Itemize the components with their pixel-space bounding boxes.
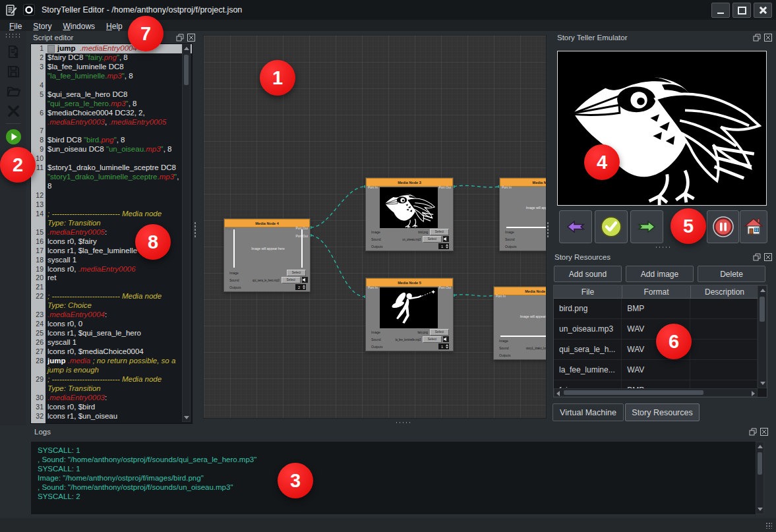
port-in[interactable]: Port In <box>368 285 378 289</box>
open-folder-button[interactable] <box>5 82 22 100</box>
add-sound-button[interactable]: Add sound <box>554 266 622 282</box>
play-sound-icon[interactable] <box>302 277 308 283</box>
table-horizontal-scrollbar[interactable] <box>554 388 758 397</box>
select-image-button[interactable]: Select <box>430 329 449 336</box>
close-project-button[interactable] <box>5 102 22 119</box>
table-row[interactable]: la_fee_lumine...WAV <box>554 360 758 380</box>
emulator-splitter-handle[interactable] <box>655 246 672 249</box>
select-image-button[interactable]: Select <box>287 270 306 276</box>
home-button[interactable] <box>740 210 767 243</box>
outputs-spinbox[interactable]: 2 <box>295 284 306 290</box>
play-sound-icon[interactable] <box>443 336 449 342</box>
media-node-partial[interactable]: Media Node Port In Image will appear her… <box>499 177 547 251</box>
select-sound-button[interactable]: Select <box>423 336 442 343</box>
pause-button[interactable] <box>707 210 739 243</box>
code-line[interactable]: "story1_drako_luminelle_sceptre.mp3", <box>31 173 192 182</box>
code-line[interactable]: 31lcons r0, $bird <box>31 403 192 412</box>
next-button[interactable] <box>630 210 663 243</box>
splitter-handle[interactable] <box>547 222 550 237</box>
code-line[interactable]: 9$un_oiseau DC8 "un_oiseau.mp3", 8 <box>31 145 192 154</box>
code-line[interactable]: 11$story1_drako_luminelle_sceptre DC8 <box>31 163 192 173</box>
code-line[interactable]: Type: Transition <box>31 384 192 394</box>
save-button[interactable] <box>5 63 22 80</box>
ok-button[interactable] <box>595 210 628 243</box>
table-row[interactable]: bird.pngBMP <box>554 299 758 319</box>
code-line[interactable]: 32lcons r1, $un_oiseau <box>31 412 192 421</box>
toolbar-drag-handle[interactable] <box>5 33 22 38</box>
port-in[interactable]: Port In <box>368 185 378 189</box>
table-row[interactable]: un_oiseau.mp3WAV <box>554 319 758 340</box>
minimize-button[interactable] <box>711 3 730 18</box>
code-line[interactable]: jump is enough <box>31 366 192 375</box>
code-line[interactable]: 13 <box>31 200 192 210</box>
code-line[interactable]: 12 <box>31 191 192 200</box>
editor-vertical-scrollbar[interactable] <box>182 44 191 422</box>
code-line[interactable]: 22; --------------------------- Media no… <box>31 292 192 301</box>
select-image-button[interactable]: Select <box>430 229 449 235</box>
float-panel-icon[interactable] <box>176 34 184 42</box>
media-node-6[interactable]: Media Node 6 Port In Image will appear h… <box>493 286 547 360</box>
code-line[interactable]: 1jump .mediaEntry0004 <box>31 44 192 53</box>
float-panel-icon[interactable] <box>753 34 761 42</box>
new-file-button[interactable] <box>5 43 22 60</box>
media-node-3[interactable]: Media Node 3 Port In Port Out Image bird… <box>365 177 454 251</box>
code-line[interactable]: 23.mediaEntry0004: <box>31 310 192 320</box>
menu-file[interactable]: File <box>9 22 22 31</box>
code-line[interactable]: 25lcons r1, $qui_sera_le_hero <box>31 329 192 338</box>
code-line[interactable]: "qui_sera_le_hero.mp3", 8 <box>31 100 192 109</box>
code-line[interactable]: Type: Choice <box>31 301 192 310</box>
tab-story-resources[interactable]: Story Resources <box>625 403 700 421</box>
port-out[interactable]: Port Out <box>438 285 451 289</box>
tab-virtual-machine[interactable]: Virtual Machine <box>552 403 624 421</box>
code-line[interactable]: 8$bird DC8 "bird.png", 8 <box>31 136 192 145</box>
play-sound-icon[interactable] <box>443 236 449 242</box>
code-line[interactable]: 30.mediaEntry0003: <box>31 394 192 403</box>
titlebar[interactable]: StoryTeller Editor - /home/anthony/ostpr… <box>0 0 776 20</box>
splitter-handle[interactable] <box>194 222 197 237</box>
code-line[interactable]: 3$la_fee_luminelle DC8 <box>31 63 192 72</box>
outputs-spinbox[interactable]: 1 <box>438 343 449 349</box>
close-panel-icon[interactable] <box>760 428 768 436</box>
close-panel-icon[interactable] <box>764 34 772 42</box>
close-panel-icon[interactable] <box>764 253 772 261</box>
code-line[interactable]: 8 <box>31 182 192 191</box>
add-image-button[interactable]: Add image <box>626 266 694 282</box>
code-line[interactable]: 2$fairy DC8 "fairy.png", 8 <box>31 53 192 63</box>
column-header-file[interactable]: File <box>554 285 622 299</box>
media-node-4[interactable]: Media Node 4 Port In Port Out Port Out I… <box>224 218 311 292</box>
play-button[interactable] <box>5 128 22 145</box>
close-button[interactable] <box>754 3 772 18</box>
menu-help[interactable]: Help <box>106 22 123 31</box>
code-line[interactable]: 10 <box>31 154 192 163</box>
logs-output[interactable]: SYSCALL: 1, Sound: "/home/anthony/ostpro… <box>30 441 765 515</box>
code-line[interactable]: 24lcons r0, 0 <box>31 320 192 329</box>
float-panel-icon[interactable] <box>749 428 757 436</box>
menu-story[interactable]: Story <box>33 22 51 31</box>
menu-windows[interactable]: Windows <box>63 22 95 31</box>
code-line[interactable]: .mediaEntry0003, .mediaEntry0005 <box>31 118 192 127</box>
code-line[interactable]: 20ret <box>31 274 192 283</box>
maximize-button[interactable] <box>732 3 751 18</box>
code-line[interactable]: 28jump .media ; no return possible, so a <box>31 357 192 366</box>
code-line[interactable]: Type: Transition <box>31 219 192 228</box>
code-line[interactable]: 14; --------------------------- Media no… <box>31 210 192 219</box>
code-line[interactable]: 18syscall 1 <box>31 256 192 265</box>
node-graph-canvas[interactable]: Media Node 4 Port In Port Out Port Out I… <box>203 35 547 419</box>
select-sound-button[interactable]: Select <box>423 236 442 243</box>
delete-button[interactable]: Delete <box>698 266 765 282</box>
port-out[interactable]: Port Out <box>438 185 451 189</box>
float-panel-icon[interactable] <box>753 253 761 261</box>
resize-grip[interactable] <box>765 522 772 529</box>
table-vertical-scrollbar[interactable] <box>758 285 767 388</box>
table-row[interactable]: fairy.pngBMP <box>554 380 758 388</box>
select-sound-button[interactable]: Select <box>282 277 301 283</box>
outputs-spinbox[interactable]: 1 <box>438 243 449 249</box>
column-header-format[interactable]: Format <box>622 285 691 299</box>
code-line[interactable]: 6$mediaChoice0004 DC32, 2, <box>31 109 192 118</box>
code-line[interactable]: 27lcons r0, $mediaChoice0004 <box>31 347 192 357</box>
logs-vertical-scrollbar[interactable] <box>756 442 764 514</box>
splitter-handle[interactable] <box>395 421 412 425</box>
code-line[interactable]: 26syscall 1 <box>31 338 192 347</box>
code-line[interactable]: 7 <box>31 127 192 136</box>
media-node-5[interactable]: Media Node 5 Port In Port Out Image fair… <box>365 278 454 351</box>
